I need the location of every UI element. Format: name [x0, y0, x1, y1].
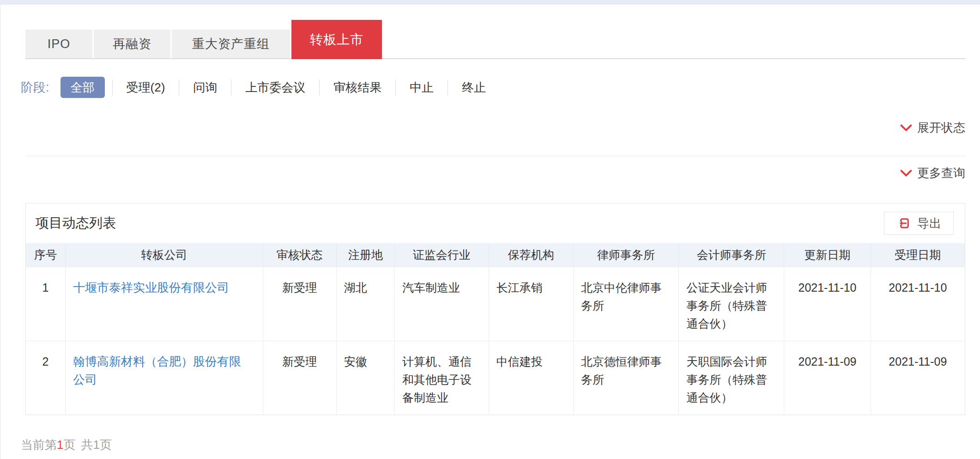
column-header-seq: 序号: [26, 243, 66, 267]
project-table: 序号转板公司审核状态注册地证监会行业保荐机构律师事务所会计师事务所更新日期受理日…: [26, 243, 965, 415]
pagination-prefix: 当前第: [21, 438, 57, 452]
company-link[interactable]: 翰博高新材料（合肥）股份有限公司: [73, 355, 241, 386]
table-body: 1十堰市泰祥实业股份有限公司新受理湖北汽车制造业长江承销北京中伦律师事务所公证天…: [26, 267, 965, 415]
cell-acceptance-date: 2021-11-10: [871, 267, 965, 341]
column-header-company: 转板公司: [66, 243, 263, 267]
column-header-update-date: 更新日期: [784, 243, 871, 267]
page-content: IPO再融资重大资产重组转板上市 阶段: 全部受理(2)问询上市委会议审核结果中…: [0, 20, 980, 453]
expand-status-label: 展开状态: [917, 120, 965, 136]
cell-company: 十堰市泰祥实业股份有限公司: [66, 267, 263, 341]
column-header-registration-place: 注册地: [336, 243, 394, 267]
more-query-row: 更多查询: [25, 165, 965, 181]
stage-option-listing-committee-meeting[interactable]: 上市委会议: [231, 80, 319, 95]
table-row: 2翰博高新材料（合肥）股份有限公司新受理安徽计算机、通信和其他电子设备制造业中信…: [26, 341, 965, 415]
cell-accounting-firm: 天职国际会计师事务所（特殊普通合伙）: [679, 341, 784, 415]
cell-update-date: 2021-11-09: [784, 341, 871, 415]
chevron-down-icon: [900, 124, 912, 132]
cell-seq: 2: [26, 341, 66, 415]
more-query-label: 更多查询: [917, 165, 965, 181]
stage-filter-row: 阶段: 全部受理(2)问询上市委会议审核结果中止终止: [21, 77, 965, 98]
table-row: 1十堰市泰祥实业股份有限公司新受理湖北汽车制造业长江承销北京中伦律师事务所公证天…: [26, 267, 965, 341]
stage-option-terminated[interactable]: 终止: [448, 80, 500, 95]
cell-sponsor: 长江承销: [489, 267, 573, 341]
tab-transfer-listing[interactable]: 转板上市: [291, 20, 382, 59]
cell-law-firm: 北京德恒律师事务所: [574, 341, 679, 415]
cell-acceptance-date: 2021-11-09: [871, 341, 965, 415]
export-button-label: 导出: [917, 215, 941, 232]
stage-options: 全部受理(2)问询上市委会议审核结果中止终止: [60, 77, 500, 98]
project-list-panel: 项目动态列表 导出 序号转板公司审核状态注册地证监会行业保荐机构律师事务所会计师…: [25, 203, 965, 415]
column-header-accounting-firm: 会计师事务所: [679, 243, 784, 267]
tab-ipo[interactable]: IPO: [25, 30, 92, 58]
panel-title: 项目动态列表: [36, 214, 116, 233]
cell-accounting-firm: 公证天业会计师事务所（特殊普通合伙）: [679, 267, 784, 341]
cell-update-date: 2021-11-10: [784, 267, 871, 341]
pagination-total: 共1页: [81, 438, 111, 452]
cell-csrc-industry: 汽车制造业: [394, 267, 489, 341]
column-header-csrc-industry: 证监会行业: [394, 243, 489, 267]
cell-sponsor: 中信建投: [489, 341, 573, 415]
pagination: 当前第1页共1页: [21, 437, 965, 453]
export-icon: [896, 216, 911, 231]
main-tabs: IPO再融资重大资产重组转板上市: [25, 20, 965, 59]
column-header-acceptance-date: 受理日期: [871, 243, 965, 267]
top-strip: [0, 0, 980, 5]
expand-status-link[interactable]: 展开状态: [900, 120, 965, 136]
stage-label: 阶段:: [21, 79, 49, 96]
pagination-page-unit: 页: [63, 438, 75, 452]
column-header-review-status: 审核状态: [263, 243, 336, 267]
expand-status-row: 展开状态: [25, 120, 965, 136]
export-button[interactable]: 导出: [884, 212, 954, 235]
stage-option-inquiry[interactable]: 问询: [179, 80, 231, 95]
more-query-link[interactable]: 更多查询: [900, 165, 965, 181]
cell-seq: 1: [26, 267, 66, 341]
company-link[interactable]: 十堰市泰祥实业股份有限公司: [73, 281, 229, 294]
tab-major-asset-restructuring[interactable]: 重大资产重组: [172, 30, 290, 58]
stage-option-suspended[interactable]: 中止: [395, 80, 448, 95]
stage-option-accepted[interactable]: 受理(2): [112, 80, 179, 95]
section-divider: [25, 156, 965, 156]
cell-csrc-industry: 计算机、通信和其他电子设备制造业: [394, 341, 489, 415]
stage-option-review-result[interactable]: 审核结果: [319, 80, 395, 95]
left-edge-line: [0, 5, 0, 459]
cell-review-status: 新受理: [263, 267, 336, 341]
tab-refinancing[interactable]: 再融资: [94, 30, 170, 58]
pagination-current-page: 1: [57, 438, 63, 452]
column-header-sponsor: 保荐机构: [489, 243, 573, 267]
column-header-law-firm: 律师事务所: [574, 243, 679, 267]
table-header: 序号转板公司审核状态注册地证监会行业保荐机构律师事务所会计师事务所更新日期受理日…: [26, 243, 965, 267]
cell-registration-place: 安徽: [336, 341, 394, 415]
cell-law-firm: 北京中伦律师事务所: [574, 267, 679, 341]
cell-company: 翰博高新材料（合肥）股份有限公司: [66, 341, 263, 415]
stage-option-all[interactable]: 全部: [60, 77, 105, 98]
cell-registration-place: 湖北: [336, 267, 394, 341]
panel-header: 项目动态列表 导出: [26, 203, 965, 243]
chevron-down-icon: [900, 169, 912, 177]
cell-review-status: 新受理: [263, 341, 336, 415]
